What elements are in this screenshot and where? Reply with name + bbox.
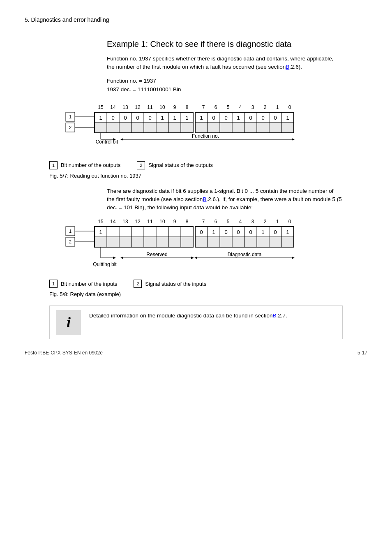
svg-text:0: 0 — [212, 115, 215, 121]
svg-text:10: 10 — [159, 219, 165, 225]
svg-marker-77 — [120, 138, 123, 141]
info-icon: i — [56, 310, 81, 335]
legend2-row: 1 Bit number of the inputs 2 Signal stat… — [49, 280, 351, 288]
svg-marker-150 — [120, 257, 123, 259]
svg-text:Quitting bit: Quitting bit — [93, 262, 117, 267]
legend1-text1: Bit number of the outputs — [61, 162, 120, 168]
svg-text:1: 1 — [212, 229, 215, 235]
svg-text:7: 7 — [202, 219, 205, 225]
svg-text:0: 0 — [249, 115, 252, 121]
legend2-box2: 2 — [134, 280, 142, 288]
svg-text:1: 1 — [237, 115, 240, 121]
svg-text:1: 1 — [99, 229, 102, 235]
svg-text:14: 14 — [110, 219, 116, 225]
svg-text:10: 10 — [159, 104, 165, 110]
svg-text:11: 11 — [147, 219, 153, 225]
svg-text:1: 1 — [185, 115, 188, 121]
legend2-item1: 1 Bit number of the inputs — [49, 280, 117, 288]
svg-text:15: 15 — [98, 104, 104, 110]
svg-text:0: 0 — [261, 115, 264, 121]
svg-marker-78 — [292, 138, 295, 141]
diagram2-svg: 15 14 13 12 11 10 9 8 7 6 5 4 3 2 1 0 1 … — [41, 217, 378, 274]
svg-text:3: 3 — [251, 104, 254, 110]
svg-marker-155 — [292, 257, 295, 259]
formula-block: Function no. = 1937 1937 dec. = 11110010… — [107, 76, 367, 94]
fig2-caption: Fig. 5/8: Reply data (example) — [49, 291, 367, 297]
link-b1[interactable]: B — [286, 64, 289, 70]
footer-left: Festo P.BE-CPX-SYS-EN en 0902e — [25, 350, 103, 356]
legend1-text2: Signal status of the outputs — [148, 162, 213, 168]
svg-text:0: 0 — [237, 229, 240, 235]
svg-text:1: 1 — [69, 229, 71, 234]
svg-text:14: 14 — [110, 104, 116, 110]
svg-marker-151 — [191, 257, 194, 259]
svg-text:4: 4 — [239, 104, 242, 110]
info-box: i Detailed information on the module dia… — [49, 306, 343, 339]
svg-text:12: 12 — [135, 219, 141, 225]
svg-text:5: 5 — [227, 104, 230, 110]
svg-text:1: 1 — [200, 115, 203, 121]
svg-text:0: 0 — [148, 115, 151, 121]
diagram1-container: 15 14 13 12 11 10 9 8 7 6 5 4 3 2 1 0 1 … — [41, 102, 351, 157]
svg-text:1: 1 — [161, 115, 164, 121]
body2-text: There are diagnostic data if bit 6 suppl… — [107, 187, 343, 212]
formula-line2: 1937 dec. = 11110010001 Bin — [107, 85, 367, 94]
legend1-box1: 1 — [49, 161, 58, 169]
svg-text:0: 0 — [136, 115, 139, 121]
section-header: 5. Diagnostics and error handling — [25, 16, 367, 23]
svg-text:0: 0 — [274, 115, 277, 121]
svg-text:6: 6 — [214, 104, 217, 110]
legend1-item2: 2 Signal status of the outputs — [137, 161, 213, 169]
example1-title: Example 1: Check to see if there is diag… — [107, 39, 367, 49]
svg-text:3: 3 — [251, 219, 254, 225]
svg-text:12: 12 — [135, 104, 141, 110]
formula-line1: Function no. = 1937 — [107, 76, 367, 86]
info-text: Detailed information on the module diagn… — [89, 310, 287, 320]
legend1-item1: 1 Bit number of the outputs — [49, 161, 120, 169]
footer-right: 5-17 — [357, 350, 367, 356]
legend2-text1: Bit number of the inputs — [61, 281, 117, 287]
svg-text:1: 1 — [173, 115, 176, 121]
svg-text:0: 0 — [274, 229, 277, 235]
svg-marker-154 — [194, 257, 197, 259]
svg-text:7: 7 — [202, 104, 205, 110]
svg-text:1: 1 — [286, 229, 289, 235]
legend2-box1: 1 — [49, 280, 58, 288]
svg-text:0: 0 — [249, 229, 252, 235]
svg-text:2: 2 — [69, 125, 71, 130]
svg-text:15: 15 — [98, 219, 104, 225]
svg-text:1: 1 — [261, 229, 264, 235]
svg-text:0: 0 — [111, 115, 114, 121]
footer: Festo P.BE-CPX-SYS-EN en 0902e 5-17 — [25, 350, 367, 356]
svg-text:0: 0 — [200, 229, 203, 235]
svg-text:Reserved: Reserved — [146, 252, 167, 257]
section-title: 5. Diagnostics and error handling — [25, 16, 109, 23]
svg-text:1: 1 — [276, 219, 279, 225]
svg-text:1: 1 — [276, 104, 279, 110]
svg-text:11: 11 — [147, 104, 153, 110]
svg-text:1: 1 — [286, 115, 289, 121]
svg-text:Function no.: Function no. — [192, 133, 219, 139]
svg-text:0: 0 — [224, 229, 227, 235]
svg-marker-147 — [113, 257, 116, 259]
svg-text:Control bit: Control bit — [96, 139, 118, 145]
diagram2-container: 15 14 13 12 11 10 9 8 7 6 5 4 3 2 1 0 1 … — [41, 217, 351, 275]
svg-text:13: 13 — [122, 104, 128, 110]
svg-text:2: 2 — [69, 239, 71, 244]
svg-text:9: 9 — [173, 104, 176, 110]
svg-text:1: 1 — [69, 114, 71, 119]
svg-text:5: 5 — [227, 219, 230, 225]
svg-text:13: 13 — [122, 219, 128, 225]
legend2-text2: Signal status of the inputs — [145, 281, 206, 287]
legend2-item2: 2 Signal status of the inputs — [134, 280, 206, 288]
legend1-row: 1 Bit number of the outputs 2 Signal sta… — [49, 161, 351, 169]
diagram1-svg: 15 14 13 12 11 10 9 8 7 6 5 4 3 2 1 0 1 … — [41, 102, 378, 156]
link-b3[interactable]: B — [273, 312, 277, 319]
svg-text:0: 0 — [124, 115, 127, 121]
example1-body1: Function no. 1937 specifies whether ther… — [107, 55, 343, 72]
svg-text:2: 2 — [264, 104, 267, 110]
svg-text:0: 0 — [224, 115, 227, 121]
svg-text:6: 6 — [214, 219, 217, 225]
svg-text:1: 1 — [99, 115, 102, 121]
svg-text:2: 2 — [264, 219, 267, 225]
